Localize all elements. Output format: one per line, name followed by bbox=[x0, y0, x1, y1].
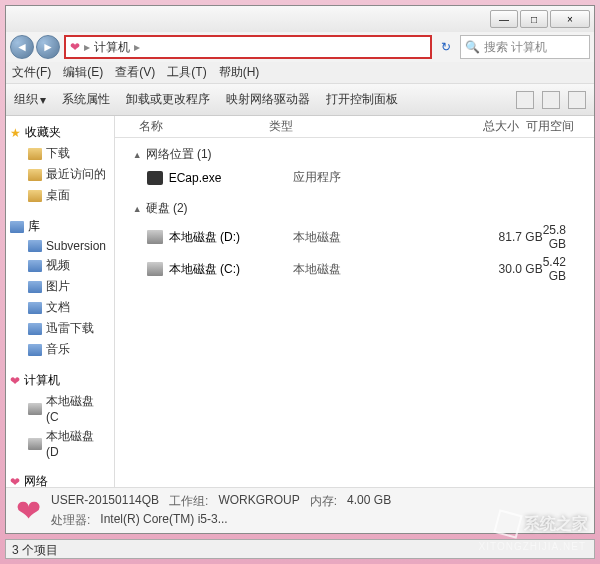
item-drive-c[interactable]: 本地磁盘 (C:) 本地磁盘 30.0 GB 5.42 GB bbox=[123, 253, 586, 285]
menu-tools[interactable]: 工具(T) bbox=[167, 64, 206, 81]
section-header-disks[interactable]: ▲硬盘 (2) bbox=[123, 196, 586, 221]
drive-icon bbox=[28, 403, 42, 415]
status-text: 3 个项目 bbox=[12, 543, 58, 557]
watermark-url: XITONGZHIJIA.NET bbox=[479, 541, 587, 552]
menu-edit[interactable]: 编辑(E) bbox=[63, 64, 103, 81]
sidebar-item-desktop[interactable]: 桌面 bbox=[10, 185, 110, 206]
item-type: 本地磁盘 bbox=[293, 229, 423, 246]
col-name[interactable]: 名称 bbox=[139, 118, 269, 135]
menu-help[interactable]: 帮助(H) bbox=[219, 64, 260, 81]
item-total: 30.0 GB bbox=[423, 262, 543, 276]
library-icon bbox=[28, 260, 42, 272]
camera-icon bbox=[147, 171, 163, 185]
section-header-netloc[interactable]: ▲网络位置 (1) bbox=[123, 142, 586, 167]
sidebar-network[interactable]: ❤网络 bbox=[10, 471, 110, 487]
item-name: ECap.exe bbox=[169, 171, 293, 185]
content-area: ★收藏夹 下载 最近访问的 桌面 库 Subversion 视频 图片 文档 迅… bbox=[6, 116, 594, 487]
sidebar-item-music[interactable]: 音乐 bbox=[10, 339, 110, 360]
section-disks: ▲硬盘 (2) 本地磁盘 (D:) 本地磁盘 81.7 GB 25.8 GB 本… bbox=[115, 192, 594, 289]
cpu-value: Intel(R) Core(TM) i5-3... bbox=[100, 512, 227, 529]
tool-organize[interactable]: 组织 ▾ bbox=[14, 91, 46, 108]
section-netloc: ▲网络位置 (1) ECap.exe 应用程序 bbox=[115, 138, 594, 192]
item-free: 25.8 GB bbox=[543, 223, 586, 251]
back-button[interactable]: ◄ bbox=[10, 35, 34, 59]
library-icon bbox=[28, 323, 42, 335]
sidebar-item-downloads[interactable]: 下载 bbox=[10, 143, 110, 164]
view-icon[interactable] bbox=[516, 91, 534, 109]
sidebar-item-drive-d[interactable]: 本地磁盘 (D bbox=[10, 426, 110, 461]
help-icon[interactable] bbox=[568, 91, 586, 109]
minimize-button[interactable]: — bbox=[490, 10, 518, 28]
sidebar-favorites[interactable]: ★收藏夹 bbox=[10, 122, 110, 143]
cpu-label: 处理器: bbox=[51, 512, 90, 529]
drive-icon bbox=[147, 230, 163, 244]
item-type: 应用程序 bbox=[293, 169, 423, 186]
sidebar-item-recent[interactable]: 最近访问的 bbox=[10, 164, 110, 185]
toolbar: 组织 ▾ 系统属性 卸载或更改程序 映射网络驱动器 打开控制面板 bbox=[6, 84, 594, 116]
col-free[interactable]: 可用空间 bbox=[519, 118, 594, 135]
item-name: 本地磁盘 (D:) bbox=[169, 229, 293, 246]
item-name: 本地磁盘 (C:) bbox=[169, 261, 293, 278]
col-total[interactable]: 总大小 bbox=[399, 118, 519, 135]
watermark: 系统之家 bbox=[496, 512, 588, 536]
heart-icon: ❤ bbox=[10, 374, 20, 388]
sidebar-libraries[interactable]: 库 bbox=[10, 216, 110, 237]
tool-sysprops[interactable]: 系统属性 bbox=[62, 91, 110, 108]
search-placeholder: 搜索 计算机 bbox=[484, 39, 547, 56]
heart-icon: ❤ bbox=[16, 493, 41, 528]
library-icon bbox=[28, 281, 42, 293]
workgroup-label: 工作组: bbox=[169, 493, 208, 510]
computer-name: USER-20150114QB bbox=[51, 493, 159, 510]
pane-icon[interactable] bbox=[542, 91, 560, 109]
drive-icon bbox=[28, 438, 42, 450]
explorer-window: — □ × ◄ ► ❤ ▸ 计算机 ▸ ↻ 🔍 搜索 计算机 文件(F) 编辑(… bbox=[5, 5, 595, 534]
item-total: 81.7 GB bbox=[423, 230, 543, 244]
triangle-icon: ▲ bbox=[133, 204, 142, 214]
nav-row: ◄ ► ❤ ▸ 计算机 ▸ ↻ 🔍 搜索 计算机 bbox=[6, 32, 594, 62]
tool-controlpanel[interactable]: 打开控制面板 bbox=[326, 91, 398, 108]
sidebar-item-subversion[interactable]: Subversion bbox=[10, 237, 110, 255]
forward-button[interactable]: ► bbox=[36, 35, 60, 59]
menu-view[interactable]: 查看(V) bbox=[115, 64, 155, 81]
sidebar: ★收藏夹 下载 最近访问的 桌面 库 Subversion 视频 图片 文档 迅… bbox=[6, 116, 115, 487]
drive-icon bbox=[147, 262, 163, 276]
col-type[interactable]: 类型 bbox=[269, 118, 399, 135]
tool-view-icons bbox=[516, 91, 586, 109]
tool-mapdrive[interactable]: 映射网络驱动器 bbox=[226, 91, 310, 108]
heart-icon: ❤ bbox=[70, 40, 80, 54]
triangle-icon: ▲ bbox=[133, 150, 142, 160]
folder-icon bbox=[28, 148, 42, 160]
memory-value: 4.00 GB bbox=[347, 493, 391, 510]
library-icon bbox=[28, 240, 42, 252]
address-bar[interactable]: ❤ ▸ 计算机 ▸ bbox=[64, 35, 432, 59]
tool-uninstall[interactable]: 卸载或更改程序 bbox=[126, 91, 210, 108]
refresh-button[interactable]: ↻ bbox=[436, 37, 456, 57]
memory-label: 内存: bbox=[310, 493, 337, 510]
close-button[interactable]: × bbox=[550, 10, 590, 28]
sidebar-item-video[interactable]: 视频 bbox=[10, 255, 110, 276]
search-input[interactable]: 🔍 搜索 计算机 bbox=[460, 35, 590, 59]
sidebar-item-pictures[interactable]: 图片 bbox=[10, 276, 110, 297]
menu-file[interactable]: 文件(F) bbox=[12, 64, 51, 81]
nav-buttons: ◄ ► bbox=[10, 35, 60, 59]
sidebar-item-documents[interactable]: 文档 bbox=[10, 297, 110, 318]
item-ecap[interactable]: ECap.exe 应用程序 bbox=[123, 167, 586, 188]
item-drive-d[interactable]: 本地磁盘 (D:) 本地磁盘 81.7 GB 25.8 GB bbox=[123, 221, 586, 253]
sidebar-item-xunlei[interactable]: 迅雷下载 bbox=[10, 318, 110, 339]
crumb-sep-icon: ▸ bbox=[84, 40, 90, 54]
sidebar-item-drive-c[interactable]: 本地磁盘 (C bbox=[10, 391, 110, 426]
main-pane: 名称 类型 总大小 可用空间 ▲网络位置 (1) ECap.exe 应用程序 ▲… bbox=[115, 116, 594, 487]
house-icon bbox=[493, 509, 522, 538]
menubar: 文件(F) 编辑(E) 查看(V) 工具(T) 帮助(H) bbox=[6, 62, 594, 84]
column-headers: 名称 类型 总大小 可用空间 bbox=[115, 116, 594, 138]
sidebar-computer[interactable]: ❤计算机 bbox=[10, 370, 110, 391]
folder-icon bbox=[28, 190, 42, 202]
search-icon: 🔍 bbox=[465, 40, 480, 54]
maximize-button[interactable]: □ bbox=[520, 10, 548, 28]
heart-icon: ❤ bbox=[10, 475, 20, 488]
library-icon bbox=[10, 221, 24, 233]
titlebar: — □ × bbox=[6, 6, 594, 32]
breadcrumb-computer[interactable]: 计算机 bbox=[94, 39, 130, 56]
folder-icon bbox=[28, 169, 42, 181]
item-free: 5.42 GB bbox=[543, 255, 586, 283]
